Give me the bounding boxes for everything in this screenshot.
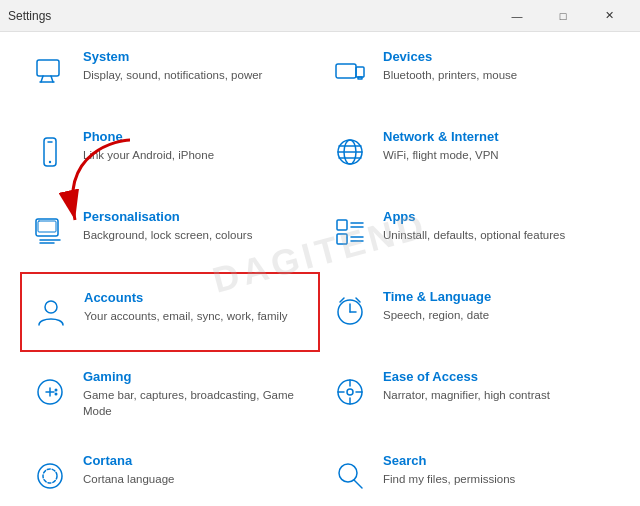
system-desc: Display, sound, notifications, power: [83, 67, 299, 83]
devices-icon: [329, 51, 371, 93]
accounts-text: Accounts Your accounts, email, sync, wor…: [84, 290, 298, 324]
svg-rect-16: [38, 221, 56, 232]
personalisation-icon: [29, 211, 71, 253]
svg-point-32: [55, 389, 58, 392]
cortana-desc: Cortana language: [83, 471, 299, 487]
svg-point-40: [38, 464, 62, 488]
setting-item-phone[interactable]: Phone Link your Android, iPhone: [20, 112, 320, 192]
svg-rect-20: [337, 234, 347, 244]
phone-desc: Link your Android, iPhone: [83, 147, 299, 163]
gaming-icon: [29, 371, 71, 413]
gaming-text: Gaming Game bar, captures, broadcasting,…: [83, 369, 299, 419]
ease-title: Ease of Access: [383, 369, 599, 384]
setting-item-devices[interactable]: Devices Bluetooth, printers, mouse: [320, 32, 620, 112]
apps-icon: [329, 211, 371, 253]
gaming-title: Gaming: [83, 369, 299, 384]
cortana-icon: [29, 455, 71, 497]
system-icon: [29, 51, 71, 93]
cortana-text: Cortana Cortana language: [83, 453, 299, 487]
svg-point-9: [49, 161, 51, 163]
devices-desc: Bluetooth, printers, mouse: [383, 67, 599, 83]
time-desc: Speech, region, date: [383, 307, 599, 323]
setting-item-ease[interactable]: Ease of Access Narrator, magnifier, high…: [320, 352, 620, 436]
devices-title: Devices: [383, 49, 599, 64]
svg-point-41: [43, 469, 57, 483]
window-controls: — □ ✕: [494, 0, 632, 32]
svg-rect-6: [358, 77, 362, 79]
svg-line-1: [41, 76, 43, 82]
setting-item-apps[interactable]: Apps Uninstall, defaults, optional featu…: [320, 192, 620, 272]
time-title: Time & Language: [383, 289, 599, 304]
network-desc: WiFi, flight mode, VPN: [383, 147, 599, 163]
setting-item-personalisation[interactable]: Personalisation Background, lock screen,…: [20, 192, 320, 272]
search-icon: [329, 455, 371, 497]
setting-item-gaming[interactable]: Gaming Game bar, captures, broadcasting,…: [20, 352, 320, 436]
accounts-title: Accounts: [84, 290, 298, 305]
setting-item-network[interactable]: Network & Internet WiFi, flight mode, VP…: [320, 112, 620, 192]
network-icon: [329, 131, 371, 173]
phone-text: Phone Link your Android, iPhone: [83, 129, 299, 163]
title-bar: Settings — □ ✕: [0, 0, 640, 32]
svg-rect-15: [36, 219, 58, 236]
maximize-button[interactable]: □: [540, 0, 586, 32]
setting-item-time[interactable]: Time & Language Speech, region, date: [320, 272, 620, 352]
settings-content: System Display, sound, notifications, po…: [0, 32, 640, 506]
setting-item-system[interactable]: System Display, sound, notifications, po…: [20, 32, 320, 112]
svg-point-42: [339, 464, 357, 482]
svg-rect-4: [336, 64, 356, 78]
svg-line-2: [51, 76, 53, 82]
svg-rect-0: [37, 60, 59, 76]
cortana-title: Cortana: [83, 453, 299, 468]
svg-point-33: [55, 393, 58, 396]
apps-text: Apps Uninstall, defaults, optional featu…: [383, 209, 599, 243]
settings-window: Settings — □ ✕ System Display, sound, no…: [0, 0, 640, 506]
svg-rect-19: [337, 220, 347, 230]
personalisation-title: Personalisation: [83, 209, 299, 224]
system-text: System Display, sound, notifications, po…: [83, 49, 299, 83]
personalisation-desc: Background, lock screen, colours: [83, 227, 299, 243]
settings-grid: System Display, sound, notifications, po…: [20, 32, 620, 506]
minimize-button[interactable]: —: [494, 0, 540, 32]
time-text: Time & Language Speech, region, date: [383, 289, 599, 323]
setting-item-cortana[interactable]: Cortana Cortana language: [20, 436, 320, 506]
setting-item-search[interactable]: Search Find my files, permissions: [320, 436, 620, 506]
window-title: Settings: [8, 9, 494, 23]
svg-rect-5: [356, 67, 364, 77]
system-title: System: [83, 49, 299, 64]
svg-line-43: [354, 480, 362, 488]
ease-icon: [329, 371, 371, 413]
close-button[interactable]: ✕: [586, 0, 632, 32]
devices-text: Devices Bluetooth, printers, mouse: [383, 49, 599, 83]
search-desc: Find my files, permissions: [383, 471, 599, 487]
search-title: Search: [383, 453, 599, 468]
ease-desc: Narrator, magnifier, high contrast: [383, 387, 599, 403]
time-icon: [329, 291, 371, 333]
search-text: Search Find my files, permissions: [383, 453, 599, 487]
setting-item-accounts[interactable]: Accounts Your accounts, email, sync, wor…: [20, 272, 320, 352]
ease-text: Ease of Access Narrator, magnifier, high…: [383, 369, 599, 403]
phone-icon: [29, 131, 71, 173]
svg-point-35: [347, 389, 353, 395]
svg-point-25: [45, 301, 57, 313]
network-text: Network & Internet WiFi, flight mode, VP…: [383, 129, 599, 163]
personalisation-text: Personalisation Background, lock screen,…: [83, 209, 299, 243]
gaming-desc: Game bar, captures, broadcasting, Game M…: [83, 387, 299, 419]
phone-title: Phone: [83, 129, 299, 144]
accounts-icon: [30, 292, 72, 334]
apps-title: Apps: [383, 209, 599, 224]
accounts-desc: Your accounts, email, sync, work, family: [84, 308, 298, 324]
apps-desc: Uninstall, defaults, optional features: [383, 227, 599, 243]
network-title: Network & Internet: [383, 129, 599, 144]
